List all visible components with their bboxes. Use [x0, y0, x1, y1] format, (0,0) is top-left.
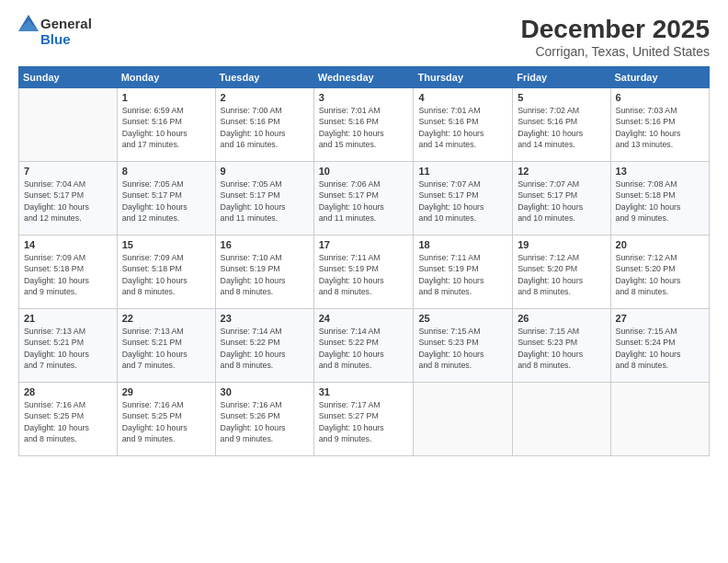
- day-number: 26: [518, 313, 605, 324]
- calendar-cell: 1Sunrise: 6:59 AM Sunset: 5:16 PM Daylig…: [117, 88, 215, 162]
- col-sunday: Sunday: [19, 67, 118, 88]
- day-number: 5: [518, 92, 605, 103]
- calendar-cell: 24Sunrise: 7:14 AM Sunset: 5:22 PM Dayli…: [313, 309, 414, 383]
- day-number: 27: [616, 313, 704, 324]
- day-info: Sunrise: 7:14 AM Sunset: 5:22 PM Dayligh…: [221, 326, 309, 371]
- calendar-cell: 2Sunrise: 7:00 AM Sunset: 5:16 PM Daylig…: [215, 88, 313, 162]
- calendar-cell: 7Sunrise: 7:04 AM Sunset: 5:17 PM Daylig…: [19, 162, 118, 236]
- logo-icon: [18, 15, 39, 31]
- day-number: 15: [122, 239, 210, 250]
- calendar-cell: 27Sunrise: 7:15 AM Sunset: 5:24 PM Dayli…: [610, 309, 709, 383]
- day-info: Sunrise: 7:05 AM Sunset: 5:17 PM Dayligh…: [122, 178, 210, 224]
- day-info: Sunrise: 7:05 AM Sunset: 5:17 PM Dayligh…: [221, 178, 309, 224]
- col-monday: Monday: [117, 67, 215, 88]
- day-number: 9: [221, 166, 309, 177]
- header: General Blue December 2025 Corrigan, Tex…: [18, 15, 710, 59]
- page: General Blue December 2025 Corrigan, Tex…: [0, 0, 728, 563]
- calendar-cell: 26Sunrise: 7:15 AM Sunset: 5:23 PM Dayli…: [513, 309, 610, 383]
- location: Corrigan, Texas, United States: [521, 44, 710, 59]
- title-section: December 2025 Corrigan, Texas, United St…: [521, 15, 710, 59]
- svg-marker-1: [18, 20, 39, 31]
- day-number: 10: [319, 166, 409, 177]
- calendar-cell: 22Sunrise: 7:13 AM Sunset: 5:21 PM Dayli…: [117, 309, 215, 383]
- day-number: 1: [122, 92, 210, 103]
- calendar-cell: 17Sunrise: 7:11 AM Sunset: 5:19 PM Dayli…: [313, 236, 414, 309]
- week-row-2: 7Sunrise: 7:04 AM Sunset: 5:17 PM Daylig…: [19, 162, 710, 236]
- col-tuesday: Tuesday: [215, 67, 313, 88]
- day-number: 17: [319, 239, 409, 250]
- day-number: 18: [418, 239, 507, 250]
- calendar-cell: 25Sunrise: 7:15 AM Sunset: 5:23 PM Dayli…: [414, 309, 513, 383]
- day-info: Sunrise: 7:15 AM Sunset: 5:24 PM Dayligh…: [616, 326, 704, 371]
- day-info: Sunrise: 7:06 AM Sunset: 5:17 PM Dayligh…: [319, 178, 409, 224]
- calendar-cell: 8Sunrise: 7:05 AM Sunset: 5:17 PM Daylig…: [117, 162, 215, 236]
- col-saturday: Saturday: [610, 67, 709, 88]
- day-number: 29: [122, 386, 210, 397]
- calendar-cell: 6Sunrise: 7:03 AM Sunset: 5:16 PM Daylig…: [610, 88, 709, 162]
- calendar-table: Sunday Monday Tuesday Wednesday Thursday…: [18, 66, 710, 456]
- day-info: Sunrise: 7:04 AM Sunset: 5:17 PM Dayligh…: [24, 178, 112, 224]
- col-friday: Friday: [513, 67, 610, 88]
- logo-blue-text: Blue: [40, 31, 71, 47]
- day-info: Sunrise: 7:03 AM Sunset: 5:16 PM Dayligh…: [616, 105, 704, 150]
- day-number: 16: [221, 239, 309, 250]
- calendar-cell: 30Sunrise: 7:16 AM Sunset: 5:26 PM Dayli…: [215, 383, 313, 456]
- calendar-cell: 13Sunrise: 7:08 AM Sunset: 5:18 PM Dayli…: [610, 162, 709, 236]
- calendar-cell: 19Sunrise: 7:12 AM Sunset: 5:20 PM Dayli…: [513, 236, 610, 309]
- day-number: 14: [24, 239, 112, 250]
- day-number: 6: [616, 92, 704, 103]
- week-row-3: 14Sunrise: 7:09 AM Sunset: 5:18 PM Dayli…: [19, 236, 710, 309]
- calendar-cell: 3Sunrise: 7:01 AM Sunset: 5:16 PM Daylig…: [313, 88, 414, 162]
- calendar-cell: 15Sunrise: 7:09 AM Sunset: 5:18 PM Dayli…: [117, 236, 215, 309]
- calendar-cell: 21Sunrise: 7:13 AM Sunset: 5:21 PM Dayli…: [19, 309, 118, 383]
- day-info: Sunrise: 7:01 AM Sunset: 5:16 PM Dayligh…: [319, 105, 409, 150]
- day-info: Sunrise: 7:09 AM Sunset: 5:18 PM Dayligh…: [24, 252, 112, 297]
- day-number: 7: [24, 166, 112, 177]
- calendar-cell: 18Sunrise: 7:11 AM Sunset: 5:19 PM Dayli…: [414, 236, 513, 309]
- calendar-cell: [513, 383, 610, 456]
- day-number: 3: [319, 92, 409, 103]
- day-number: 4: [418, 92, 507, 103]
- day-info: Sunrise: 6:59 AM Sunset: 5:16 PM Dayligh…: [122, 105, 210, 150]
- day-info: Sunrise: 7:16 AM Sunset: 5:25 PM Dayligh…: [24, 399, 112, 444]
- day-info: Sunrise: 7:13 AM Sunset: 5:21 PM Dayligh…: [122, 326, 210, 371]
- calendar-header: Sunday Monday Tuesday Wednesday Thursday…: [19, 67, 710, 88]
- day-info: Sunrise: 7:16 AM Sunset: 5:25 PM Dayligh…: [122, 399, 210, 444]
- header-row: Sunday Monday Tuesday Wednesday Thursday…: [19, 67, 710, 88]
- calendar-cell: 29Sunrise: 7:16 AM Sunset: 5:25 PM Dayli…: [117, 383, 215, 456]
- col-wednesday: Wednesday: [313, 67, 414, 88]
- day-number: 24: [319, 313, 409, 324]
- calendar-cell: 5Sunrise: 7:02 AM Sunset: 5:16 PM Daylig…: [513, 88, 610, 162]
- day-number: 19: [518, 239, 605, 250]
- calendar-body: 1Sunrise: 6:59 AM Sunset: 5:16 PM Daylig…: [19, 88, 710, 456]
- col-thursday: Thursday: [414, 67, 513, 88]
- day-info: Sunrise: 7:13 AM Sunset: 5:21 PM Dayligh…: [24, 326, 112, 371]
- day-info: Sunrise: 7:16 AM Sunset: 5:26 PM Dayligh…: [221, 399, 309, 444]
- calendar-cell: 9Sunrise: 7:05 AM Sunset: 5:17 PM Daylig…: [215, 162, 313, 236]
- calendar-cell: 23Sunrise: 7:14 AM Sunset: 5:22 PM Dayli…: [215, 309, 313, 383]
- calendar-cell: 11Sunrise: 7:07 AM Sunset: 5:17 PM Dayli…: [414, 162, 513, 236]
- week-row-5: 28Sunrise: 7:16 AM Sunset: 5:25 PM Dayli…: [19, 383, 710, 456]
- day-info: Sunrise: 7:00 AM Sunset: 5:16 PM Dayligh…: [221, 105, 309, 150]
- day-info: Sunrise: 7:12 AM Sunset: 5:20 PM Dayligh…: [518, 252, 605, 297]
- day-info: Sunrise: 7:14 AM Sunset: 5:22 PM Dayligh…: [319, 326, 409, 371]
- week-row-1: 1Sunrise: 6:59 AM Sunset: 5:16 PM Daylig…: [19, 88, 710, 162]
- day-number: 13: [616, 166, 704, 177]
- day-number: 31: [319, 386, 409, 397]
- day-info: Sunrise: 7:15 AM Sunset: 5:23 PM Dayligh…: [418, 326, 507, 371]
- logo: General Blue: [18, 15, 92, 47]
- day-number: 28: [24, 386, 112, 397]
- month-title: December 2025: [521, 15, 710, 44]
- calendar-cell: 16Sunrise: 7:10 AM Sunset: 5:19 PM Dayli…: [215, 236, 313, 309]
- day-info: Sunrise: 7:07 AM Sunset: 5:17 PM Dayligh…: [518, 178, 605, 224]
- calendar-cell: 10Sunrise: 7:06 AM Sunset: 5:17 PM Dayli…: [313, 162, 414, 236]
- day-info: Sunrise: 7:15 AM Sunset: 5:23 PM Dayligh…: [518, 326, 605, 371]
- day-number: 2: [221, 92, 309, 103]
- week-row-4: 21Sunrise: 7:13 AM Sunset: 5:21 PM Dayli…: [19, 309, 710, 383]
- day-number: 20: [616, 239, 704, 250]
- day-number: 8: [122, 166, 210, 177]
- calendar-cell: 31Sunrise: 7:17 AM Sunset: 5:27 PM Dayli…: [313, 383, 414, 456]
- calendar-cell: [610, 383, 709, 456]
- day-number: 30: [221, 386, 309, 397]
- day-info: Sunrise: 7:10 AM Sunset: 5:19 PM Dayligh…: [221, 252, 309, 297]
